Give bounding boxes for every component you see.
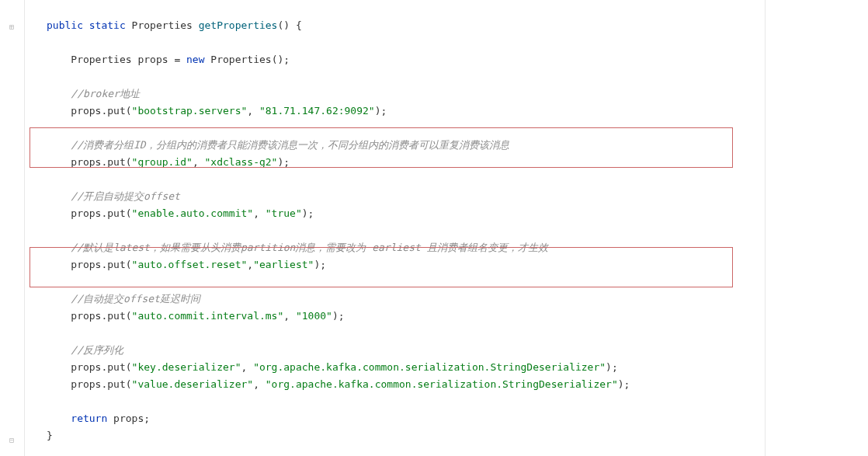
- string-valdeser-value: "org.apache.kafka.common.serialization.S…: [266, 378, 618, 390]
- comment-interval: //自动提交offset延迟时间: [71, 293, 200, 305]
- string-keydeser-key: "key.deserializer": [132, 361, 241, 373]
- string-keydeser-value: "org.apache.kafka.common.serialization.S…: [253, 361, 606, 373]
- comment-deserializer: //反序列化: [71, 344, 123, 356]
- string-interval-value: "1000": [296, 310, 332, 322]
- string-bootstrap-key: "bootstrap.servers": [132, 105, 248, 117]
- string-group-value: "xdclass-g2": [205, 156, 278, 168]
- var-props: props: [71, 207, 101, 219]
- comment-autocommit: //开启自动提交offset: [71, 190, 180, 202]
- var-props: props: [71, 378, 101, 390]
- type-properties: Properties: [132, 19, 193, 31]
- type-properties: Properties: [71, 54, 131, 65]
- method-put: put: [107, 156, 125, 168]
- keyword-return: return: [71, 412, 107, 424]
- var-props: props: [71, 156, 101, 168]
- string-interval-key: "auto.commit.interval.ms": [132, 310, 284, 322]
- keyword-static: static: [89, 19, 126, 31]
- comment-broker: //broker地址: [71, 88, 140, 99]
- fold-expand-icon[interactable]: ⊞: [9, 19, 14, 36]
- method-put: put: [107, 310, 125, 322]
- var-props: props: [113, 412, 144, 424]
- var-props: props: [137, 54, 168, 65]
- string-group-key: "group.id": [132, 156, 193, 168]
- comment-offsetreset: //默认是latest，如果需要从头消费partition消息，需要改为 ear…: [71, 242, 547, 253]
- string-offsetreset-value: "earliest": [253, 259, 314, 270]
- method-put: put: [107, 361, 125, 373]
- editor-gutter: ⊞ ⊟: [0, 0, 25, 456]
- var-props: props: [71, 105, 101, 117]
- method-put: put: [107, 207, 125, 219]
- type-properties: Properties: [210, 54, 271, 65]
- keyword-new: new: [186, 54, 204, 65]
- method-name: getProperties: [199, 19, 278, 31]
- string-autocommit-key: "enable.auto.commit": [132, 207, 254, 219]
- comment-group: //消费者分组ID，分组内的消费者只能消费该消息一次，不同分组内的消费者可以重复…: [71, 139, 509, 151]
- method-put: put: [107, 378, 125, 390]
- method-put: put: [107, 105, 125, 117]
- method-put: put: [107, 259, 125, 270]
- string-offsetreset-key: "auto.offset.reset": [132, 259, 248, 270]
- code-content: public static Properties getProperties()…: [25, 0, 868, 444]
- string-autocommit-value: "true": [266, 207, 302, 219]
- var-props: props: [71, 361, 101, 373]
- keyword-public: public: [47, 19, 83, 31]
- fold-collapse-icon[interactable]: ⊟: [9, 432, 14, 449]
- string-valdeser-key: "value.deserializer": [132, 378, 254, 390]
- string-bootstrap-value: "81.71.147.62:9092": [259, 105, 375, 117]
- code-editor[interactable]: public static Properties getProperties()…: [25, 0, 868, 444]
- var-props: props: [71, 259, 101, 270]
- var-props: props: [71, 310, 101, 322]
